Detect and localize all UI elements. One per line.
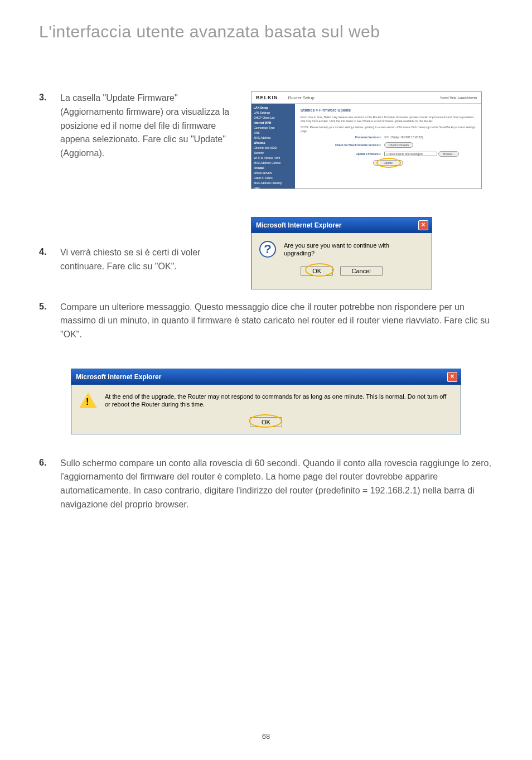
item-3-number: 3. [39,91,60,103]
item-5-text: Compare un ulteriore messaggio. Questo m… [60,301,493,342]
firmware-version-value: 3.01.10 (Apr 18 2007 18:26:18) [384,135,423,139]
update-firmware-label: Update Firmware > [301,152,384,156]
router-header-links: Home | Help | Logout Internet [441,96,477,99]
confirm-dialog: Microsoft Internet Explorer × ? Are you … [251,217,432,289]
browse-button[interactable]: Browse... [438,151,459,157]
check-firmware-label: Check for New Firmware Version > [301,143,384,147]
warning-icon [79,393,97,408]
check-firmware-button[interactable]: Check Firmware [384,142,413,148]
close-icon[interactable]: × [418,220,428,230]
dialog1-title: Microsoft Internet Explorer [256,221,341,229]
dialog1-message: Are you sure you want to continue with u… [284,241,422,258]
page-number: 68 [0,732,532,740]
item-4-number: 4. [39,246,60,257]
page-title: L'interfaccia utente avanzata basata sul… [39,22,493,41]
item-5-number: 5. [39,301,60,312]
ok-button[interactable]: OK [250,417,282,427]
router-desc-2: NOTE: Please backup your current setting… [301,125,476,133]
ok-button[interactable]: OK [301,266,333,276]
item-3-text: La casella "Update Firmware" (Aggiorname… [60,91,240,161]
router-desc-1: From time to time, Belkin may release ne… [301,115,476,123]
router-logo: BELKIN [256,95,278,100]
dialog2-title: Microsoft Internet Explorer [76,373,161,381]
router-sidebar: LAN Setup LAN Settings DHCP Client List … [252,104,295,188]
question-icon: ? [259,241,276,258]
router-setup-screenshot: BELKIN Router Setup Home | Help | Logout… [251,91,482,189]
cancel-button[interactable]: Cancel [340,266,383,276]
router-header-title: Router Setup [288,95,315,100]
item-6-number: 6. [39,457,60,468]
dialog2-message: At the end of the upgrade, the Router ma… [105,393,451,409]
item-6-text: Sullo schermo compare un conto alla rove… [60,457,493,512]
router-breadcrumb: Utilities > Firmware Update [301,108,476,112]
item-4-text: Vi verrà chiesto se si è certi di voler … [60,246,240,274]
close-icon[interactable]: × [447,372,457,382]
firmware-version-label: Firmware Version > [301,135,384,139]
firmware-path-input[interactable]: C:\Documents and Settings\b [384,152,437,156]
update-button[interactable]: Update [373,160,403,166]
reboot-warning-dialog: Microsoft Internet Explorer × At the end… [71,369,461,434]
